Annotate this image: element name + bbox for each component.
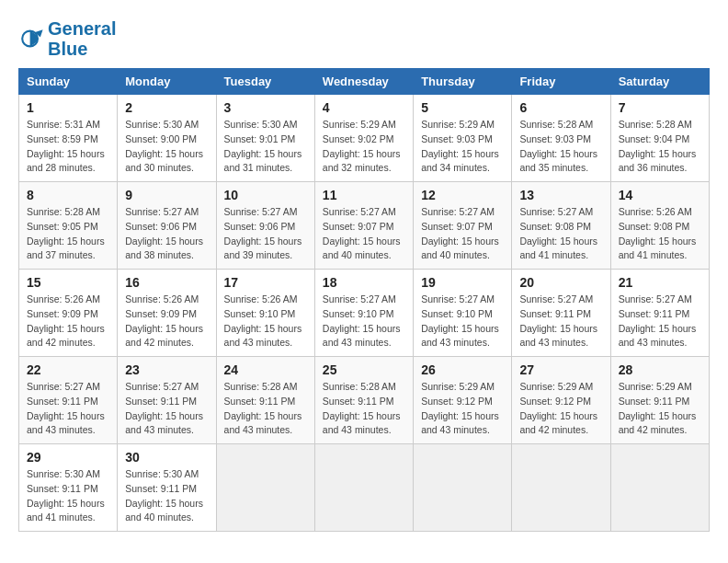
calendar-cell: 24Sunrise: 5:28 AMSunset: 9:11 PMDayligh… (216, 357, 314, 444)
day-number: 23 (125, 362, 208, 377)
weekday-header-saturday: Saturday (610, 69, 709, 95)
day-number: 8 (27, 188, 109, 202)
calendar-cell: 12Sunrise: 5:27 AMSunset: 9:07 PMDayligh… (414, 182, 512, 270)
day-info: Sunrise: 5:28 AMSunset: 9:11 PMDaylight:… (224, 380, 307, 438)
day-info: Sunrise: 5:26 AMSunset: 9:10 PMDaylight:… (224, 293, 307, 350)
day-number: 16 (125, 275, 208, 290)
day-info: Sunrise: 5:26 AMSunset: 9:09 PMDaylight:… (125, 293, 208, 350)
calendar-cell: 18Sunrise: 5:27 AMSunset: 9:10 PMDayligh… (314, 270, 413, 357)
calendar-cell (512, 444, 610, 532)
calendar-week-4: 29Sunrise: 5:30 AMSunset: 9:11 PMDayligh… (19, 444, 710, 532)
day-info: Sunrise: 5:29 AMSunset: 9:12 PMDaylight:… (421, 380, 504, 438)
weekday-header-monday: Monday (118, 69, 216, 95)
weekday-header-friday: Friday (512, 69, 610, 95)
calendar-cell: 15Sunrise: 5:26 AMSunset: 9:09 PMDayligh… (19, 270, 118, 357)
day-number: 14 (619, 188, 701, 202)
day-number: 3 (224, 100, 307, 115)
calendar-cell: 9Sunrise: 5:27 AMSunset: 9:06 PMDaylight… (118, 182, 216, 270)
calendar-cell: 8Sunrise: 5:28 AMSunset: 9:05 PMDaylight… (19, 182, 118, 270)
day-info: Sunrise: 5:27 AMSunset: 9:06 PMDaylight:… (224, 205, 307, 263)
day-info: Sunrise: 5:28 AMSunset: 9:04 PMDaylight:… (619, 118, 701, 176)
calendar-week-0: 1Sunrise: 5:31 AMSunset: 8:59 PMDaylight… (19, 95, 710, 182)
day-number: 28 (619, 362, 701, 377)
calendar-cell: 7Sunrise: 5:28 AMSunset: 9:04 PMDaylight… (610, 95, 709, 182)
calendar-cell: 26Sunrise: 5:29 AMSunset: 9:12 PMDayligh… (414, 357, 512, 444)
calendar-cell (314, 444, 413, 532)
day-info: Sunrise: 5:29 AMSunset: 9:11 PMDaylight:… (619, 380, 701, 438)
day-number: 24 (224, 362, 307, 377)
day-info: Sunrise: 5:29 AMSunset: 9:12 PMDaylight:… (519, 380, 602, 438)
calendar-cell: 11Sunrise: 5:27 AMSunset: 9:07 PMDayligh… (314, 182, 413, 270)
day-info: Sunrise: 5:26 AMSunset: 9:08 PMDaylight:… (619, 205, 701, 263)
day-info: Sunrise: 5:27 AMSunset: 9:07 PMDaylight:… (323, 205, 405, 263)
weekday-header-wednesday: Wednesday (314, 69, 413, 95)
calendar-cell: 4Sunrise: 5:29 AMSunset: 9:02 PMDaylight… (314, 95, 413, 182)
day-info: Sunrise: 5:28 AMSunset: 9:05 PMDaylight:… (27, 205, 109, 263)
day-info: Sunrise: 5:27 AMSunset: 9:11 PMDaylight:… (125, 380, 208, 438)
calendar-cell: 17Sunrise: 5:26 AMSunset: 9:10 PMDayligh… (216, 270, 314, 357)
calendar-cell: 6Sunrise: 5:28 AMSunset: 9:03 PMDaylight… (512, 95, 610, 182)
day-info: Sunrise: 5:30 AMSunset: 9:11 PMDaylight:… (125, 467, 208, 525)
calendar-cell (610, 444, 709, 532)
day-info: Sunrise: 5:28 AMSunset: 9:11 PMDaylight:… (323, 380, 405, 438)
day-number: 22 (27, 362, 109, 377)
calendar-cell (414, 444, 512, 532)
day-number: 25 (323, 362, 405, 377)
day-info: Sunrise: 5:26 AMSunset: 9:09 PMDaylight:… (27, 293, 109, 350)
calendar-cell: 30Sunrise: 5:30 AMSunset: 9:11 PMDayligh… (118, 444, 216, 532)
calendar-cell (216, 444, 314, 532)
day-number: 5 (421, 100, 504, 115)
page-header: General Blue (18, 18, 710, 59)
weekday-header-sunday: Sunday (19, 69, 118, 95)
calendar-week-1: 8Sunrise: 5:28 AMSunset: 9:05 PMDaylight… (19, 182, 710, 270)
calendar-cell: 3Sunrise: 5:30 AMSunset: 9:01 PMDaylight… (216, 95, 314, 182)
day-number: 21 (619, 275, 701, 290)
day-info: Sunrise: 5:30 AMSunset: 9:11 PMDaylight:… (27, 467, 109, 525)
logo-text: General Blue (48, 18, 116, 59)
logo: General Blue (18, 18, 116, 59)
calendar-week-3: 22Sunrise: 5:27 AMSunset: 9:11 PMDayligh… (19, 357, 710, 444)
day-number: 1 (27, 100, 109, 115)
calendar-cell: 25Sunrise: 5:28 AMSunset: 9:11 PMDayligh… (314, 357, 413, 444)
day-number: 4 (323, 100, 405, 115)
calendar-cell: 14Sunrise: 5:26 AMSunset: 9:08 PMDayligh… (610, 182, 709, 270)
day-number: 30 (125, 450, 208, 465)
calendar-cell: 29Sunrise: 5:30 AMSunset: 9:11 PMDayligh… (19, 444, 118, 532)
day-number: 10 (224, 188, 307, 202)
calendar-cell: 10Sunrise: 5:27 AMSunset: 9:06 PMDayligh… (216, 182, 314, 270)
day-number: 20 (519, 275, 602, 290)
weekday-header-tuesday: Tuesday (216, 69, 314, 95)
day-number: 11 (323, 188, 405, 202)
day-number: 12 (421, 188, 504, 202)
calendar-cell: 19Sunrise: 5:27 AMSunset: 9:10 PMDayligh… (414, 270, 512, 357)
day-info: Sunrise: 5:27 AMSunset: 9:06 PMDaylight:… (125, 205, 208, 263)
day-number: 2 (125, 100, 208, 115)
day-info: Sunrise: 5:29 AMSunset: 9:02 PMDaylight:… (323, 118, 405, 176)
day-info: Sunrise: 5:28 AMSunset: 9:03 PMDaylight:… (519, 118, 602, 176)
calendar-cell: 22Sunrise: 5:27 AMSunset: 9:11 PMDayligh… (19, 357, 118, 444)
day-info: Sunrise: 5:27 AMSunset: 9:07 PMDaylight:… (421, 205, 504, 263)
calendar-cell: 1Sunrise: 5:31 AMSunset: 8:59 PMDaylight… (19, 95, 118, 182)
day-number: 7 (619, 100, 701, 115)
day-info: Sunrise: 5:27 AMSunset: 9:10 PMDaylight:… (421, 293, 504, 350)
day-info: Sunrise: 5:27 AMSunset: 9:08 PMDaylight:… (519, 205, 602, 263)
day-info: Sunrise: 5:31 AMSunset: 8:59 PMDaylight:… (27, 118, 109, 176)
calendar-week-2: 15Sunrise: 5:26 AMSunset: 9:09 PMDayligh… (19, 270, 710, 357)
day-number: 19 (421, 275, 504, 290)
calendar-cell: 2Sunrise: 5:30 AMSunset: 9:00 PMDaylight… (118, 95, 216, 182)
calendar-cell: 21Sunrise: 5:27 AMSunset: 9:11 PMDayligh… (610, 270, 709, 357)
day-info: Sunrise: 5:27 AMSunset: 9:11 PMDaylight:… (519, 293, 602, 350)
day-info: Sunrise: 5:30 AMSunset: 9:01 PMDaylight:… (224, 118, 307, 176)
day-number: 13 (519, 188, 602, 202)
calendar-cell: 28Sunrise: 5:29 AMSunset: 9:11 PMDayligh… (610, 357, 709, 444)
day-info: Sunrise: 5:27 AMSunset: 9:11 PMDaylight:… (27, 380, 109, 438)
calendar-table: SundayMondayTuesdayWednesdayThursdayFrid… (18, 68, 710, 532)
calendar-cell: 27Sunrise: 5:29 AMSunset: 9:12 PMDayligh… (512, 357, 610, 444)
day-number: 27 (519, 362, 602, 377)
calendar-cell: 16Sunrise: 5:26 AMSunset: 9:09 PMDayligh… (118, 270, 216, 357)
calendar-cell: 23Sunrise: 5:27 AMSunset: 9:11 PMDayligh… (118, 357, 216, 444)
calendar-cell: 20Sunrise: 5:27 AMSunset: 9:11 PMDayligh… (512, 270, 610, 357)
day-number: 26 (421, 362, 504, 377)
day-info: Sunrise: 5:29 AMSunset: 9:03 PMDaylight:… (421, 118, 504, 176)
day-info: Sunrise: 5:27 AMSunset: 9:10 PMDaylight:… (323, 293, 405, 350)
